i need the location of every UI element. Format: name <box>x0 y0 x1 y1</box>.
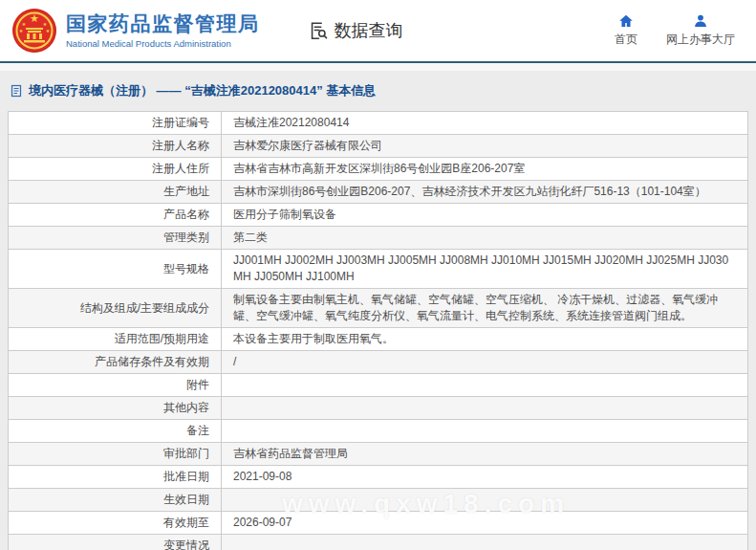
data-query-section-title: 数据查询 <box>308 19 403 42</box>
data-query-label: 数据查询 <box>335 19 403 42</box>
registration-info-table-wrap: 注册证编号吉械注准20212080414注册人名称吉林爱尔康医疗器械有限公司注册… <box>8 111 748 550</box>
site-header: ★ ★ ★ ★ ★ 国家药品监督管理局 National Medical Pro… <box>0 0 756 63</box>
field-value: 本设备主要用于制取医用氧气。 <box>222 328 748 351</box>
registration-info-table: 注册证编号吉械注准20212080414注册人名称吉林爱尔康医疗器械有限公司注册… <box>8 111 748 550</box>
field-value: 吉林省吉林市高新开发区深圳街86号创业园B座206-207室 <box>222 158 748 181</box>
field-value: 吉林省药品监督管理局 <box>222 443 748 466</box>
document-search-icon <box>308 20 329 41</box>
field-label: 生效日期 <box>9 489 222 512</box>
table-row: 注册证编号吉械注准20212080414 <box>9 112 748 135</box>
header-nav: 首页 网上办事大厅 <box>615 13 735 48</box>
nav-item-online-hall[interactable]: 网上办事大厅 <box>666 13 735 48</box>
table-row: 管理类别第二类 <box>9 227 748 250</box>
document-icon <box>10 84 23 98</box>
field-value: 制氧设备主要由制氧主机、氧气储罐、空气储罐、空气压缩机、 冷冻干燥机、过滤器、氧… <box>222 289 748 328</box>
china-national-emblem-icon: ★ ★ ★ ★ ★ <box>11 8 57 54</box>
field-value <box>222 420 748 443</box>
agency-name-en: National Medical Products Administration <box>66 38 260 49</box>
nav-item-home[interactable]: 首页 <box>615 13 637 48</box>
table-row: 备注 <box>9 420 748 443</box>
field-label: 备注 <box>9 420 222 443</box>
field-label: 适用范围/预期用途 <box>9 328 222 351</box>
field-value <box>222 535 748 550</box>
field-value <box>222 397 748 420</box>
field-label: 结构及组成/主要组成成分 <box>9 289 222 328</box>
table-row: 结构及组成/主要组成成分制氧设备主要由制氧主机、氧气储罐、空气储罐、空气压缩机、… <box>9 289 748 328</box>
field-label: 其他内容 <box>9 397 222 420</box>
table-row: 其他内容 <box>9 397 748 420</box>
field-label: 管理类别 <box>9 227 222 250</box>
table-row: 产品储存条件及有效期/ <box>9 351 748 374</box>
table-row: 注册人名称吉林爱尔康医疗器械有限公司 <box>9 135 748 158</box>
field-value <box>222 489 748 512</box>
table-row: 变更情况 <box>9 535 748 550</box>
field-label: 批准日期 <box>9 466 222 489</box>
breadcrumb: 境内医疗器械（注册） —— “吉械注准20212080414” 基本信息 <box>0 71 756 111</box>
home-icon <box>618 13 634 29</box>
field-value: 吉械注准20212080414 <box>222 112 748 135</box>
field-label: 变更情况 <box>9 535 222 550</box>
table-row: 有效期至2026-09-07 <box>9 512 748 535</box>
agency-name-cn: 国家药品监督管理局 <box>66 12 260 35</box>
field-label: 有效期至 <box>9 512 222 535</box>
field-label: 型号规格 <box>9 250 222 289</box>
field-value: 2021-09-08 <box>222 466 748 489</box>
field-label: 产品储存条件及有效期 <box>9 351 222 374</box>
field-label: 注册证编号 <box>9 112 222 135</box>
agency-brand: ★ ★ ★ ★ ★ 国家药品监督管理局 National Medical Pro… <box>11 8 260 54</box>
svg-text:★: ★ <box>22 21 27 27</box>
field-label: 注册人住所 <box>9 158 222 181</box>
field-label: 审批部门 <box>9 443 222 466</box>
table-row: 审批部门吉林省药品监督管理局 <box>9 443 748 466</box>
table-row: 适用范围/预期用途本设备主要用于制取医用氧气。 <box>9 328 748 351</box>
field-value: 医用分子筛制氧设备 <box>222 204 748 227</box>
table-row: 产品名称医用分子筛制氧设备 <box>9 204 748 227</box>
breadcrumb-text: 境内医疗器械（注册） —— “吉械注准20212080414” 基本信息 <box>29 82 376 99</box>
table-row: 批准日期2021-09-08 <box>9 466 748 489</box>
table-row: 注册人住所吉林省吉林市高新开发区深圳街86号创业园B座206-207室 <box>9 158 748 181</box>
nav-item-label: 首页 <box>615 32 637 48</box>
info-table-body: 注册证编号吉械注准20212080414注册人名称吉林爱尔康医疗器械有限公司注册… <box>9 112 748 550</box>
content-top-strip <box>0 63 756 71</box>
field-value: 吉林市深圳街86号创业园B206-207、吉林经济技术开发区九站街化纤厂516-… <box>222 181 748 204</box>
field-label: 附件 <box>9 374 222 397</box>
table-row: 生产地址吉林市深圳街86号创业园B206-207、吉林经济技术开发区九站街化纤厂… <box>9 181 748 204</box>
field-label: 生产地址 <box>9 181 222 204</box>
table-row: 生效日期 <box>9 489 748 512</box>
svg-text:★: ★ <box>43 21 48 27</box>
field-value <box>222 374 748 397</box>
table-row: 附件 <box>9 374 748 397</box>
agency-name-block: 国家药品监督管理局 National Medical Products Admi… <box>66 12 260 48</box>
svg-text:★: ★ <box>46 28 51 33</box>
nav-item-label: 网上办事大厅 <box>666 32 735 48</box>
field-label: 注册人名称 <box>9 135 222 158</box>
user-icon <box>693 13 708 29</box>
field-label: 产品名称 <box>9 204 222 227</box>
svg-text:★: ★ <box>30 12 39 24</box>
field-value: / <box>222 351 748 374</box>
field-value: 吉林爱尔康医疗器械有限公司 <box>222 135 748 158</box>
field-value: JJ001MH JJ002MH JJ003MH JJ005MH JJ008MH … <box>222 250 748 289</box>
svg-text:★: ★ <box>19 28 24 33</box>
field-value: 第二类 <box>222 227 748 250</box>
table-row: 型号规格JJ001MH JJ002MH JJ003MH JJ005MH JJ00… <box>9 250 748 289</box>
field-value: 2026-09-07 <box>222 512 748 535</box>
